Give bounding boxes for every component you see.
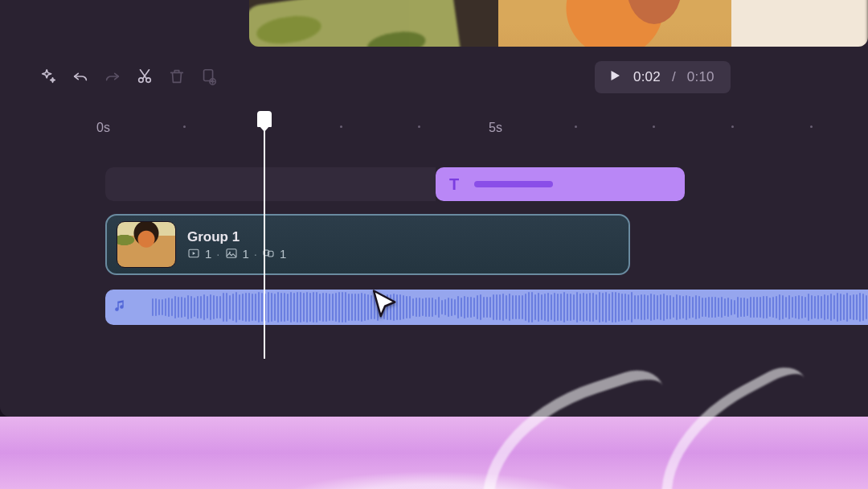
ruler-tick [731, 125, 734, 128]
audio-clip[interactable] [105, 290, 868, 325]
ruler-tick [183, 125, 186, 128]
ruler-label: 5s [489, 121, 502, 135]
cursor-pointer-icon [368, 288, 402, 325]
timeline-tracks: T Group 1 1 · [0, 167, 868, 338]
timeline[interactable]: 0s 5s T [0, 111, 868, 384]
group-counts: 1 · 1 · 1 [187, 247, 286, 261]
editor-panel: 0:02 / 0:10 0s 5s [0, 0, 868, 417]
ruler-tick [262, 125, 264, 128]
undo-icon[interactable] [64, 60, 96, 92]
playback-current-time: 0:02 [633, 69, 661, 85]
cut-icon[interactable] [129, 60, 161, 92]
track-audio [0, 290, 868, 327]
group-title: Group 1 [187, 229, 286, 245]
svg-rect-5 [227, 249, 236, 258]
ruler-tick [418, 125, 420, 128]
duplicate-icon[interactable] [193, 60, 225, 92]
clip-thumbnail [117, 221, 176, 268]
ruler-tick [653, 125, 655, 128]
app-stage: 0:02 / 0:10 0s 5s [0, 0, 868, 489]
group-meta: Group 1 1 · 1 · 1 [187, 229, 286, 261]
image-count-icon [225, 247, 238, 260]
audio-waveform [152, 290, 868, 325]
music-note-icon [113, 298, 128, 316]
video-preview[interactable] [249, 0, 868, 47]
track-group: Group 1 1 · 1 · 1 [0, 214, 868, 278]
empty-clip-region[interactable] [105, 167, 436, 201]
ruler-tick [340, 125, 342, 128]
ruler-tick [810, 125, 813, 128]
link-count-icon [262, 247, 275, 260]
sparkle-icon[interactable] [32, 60, 64, 92]
group-clip[interactable]: Group 1 1 · 1 · 1 [105, 214, 630, 275]
text-clip-bar [474, 181, 553, 187]
delete-icon[interactable] [161, 60, 193, 92]
link-count: 1 [280, 247, 286, 261]
playback-separator: / [672, 69, 676, 85]
playhead-handle[interactable] [257, 111, 272, 127]
text-clip[interactable]: T [436, 167, 685, 201]
timeline-toolbar [0, 56, 868, 97]
timeline-ruler[interactable]: 0s 5s [0, 111, 868, 143]
playback-control: 0:02 / 0:10 [595, 61, 731, 93]
ruler-tick [575, 125, 577, 128]
video-count-icon [187, 247, 200, 260]
image-count: 1 [243, 247, 249, 261]
play-icon[interactable] [608, 68, 622, 87]
playback-total-time: 0:10 [687, 69, 714, 85]
track-text: T [0, 167, 868, 203]
decorative-footer [0, 417, 868, 489]
text-type-icon: T [445, 175, 463, 193]
redo-icon[interactable] [96, 60, 129, 92]
ruler-label: 0s [96, 121, 110, 135]
video-count: 1 [205, 247, 211, 261]
